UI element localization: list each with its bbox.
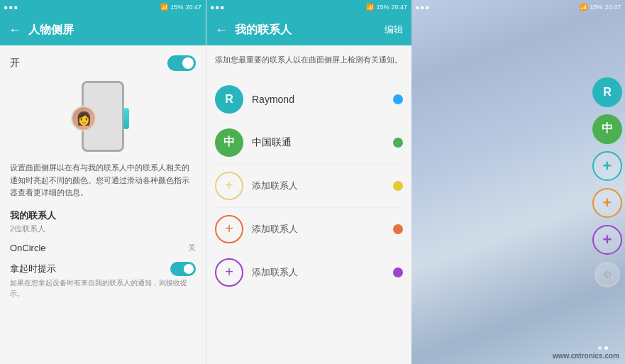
panel1-status-right: 📶 15% 20:47 [160,4,201,11]
edge-add-teal-icon: + [603,157,612,175]
pagination-dots [598,346,608,350]
contacts-title: 我的联系人 [10,209,196,222]
phone-body: 👩 [82,81,124,152]
contact-name-raymond: Raymond [252,94,294,105]
contacts-sub: 2位联系人 [10,224,196,234]
panel3-signal-icon: 📶 [580,4,587,11]
panel2-content: 添加您最重要的联系人以在曲面侧屏上检测有关通知。 R Raymond 中 中国联… [206,45,411,364]
panel2-back-button[interactable]: ← [215,23,228,38]
settings-gear-icon: ⚙ [603,269,612,280]
oncircle-row: OnCircle 关 [10,243,196,253]
panel3-status-bar: ■ ■ ■ 📶 15% 20:47 [411,0,625,14]
pickup-desc: 如果在您拿起设备时有来自我的联系人的通知，则接收提示。 [10,277,196,299]
add-dot-2[interactable] [393,224,403,234]
contact-name-china-unicom: 中国联通 [252,136,292,149]
light-bar-illustration [123,108,129,129]
edge-add-purple[interactable]: + [592,225,622,255]
pickup-toggle[interactable] [170,262,196,276]
dot-1 [598,346,602,350]
dot-2 [604,346,608,350]
contact-dot-china-unicom[interactable] [393,138,403,148]
panel3-status-right: 📶 15% 20:47 [580,4,621,11]
edge-panel: R 中 + + + ⚙ [592,77,622,287]
phone-illustration: 👩 [10,81,196,152]
contact-left-china-unicom: 中 中国联通 [215,128,292,157]
add-circle-2[interactable]: + [215,215,243,243]
panel3: ■ ■ ■ 📶 15% 20:47 R 中 + + + ⚙ [411,0,625,364]
panel2-status-left: ■ ■ ■ [211,4,224,11]
panel2-edit-button[interactable]: 编辑 [385,23,403,36]
add-label-2: 添加联系人 [252,223,298,236]
edge-add-purple-icon: + [603,231,612,249]
contact-left-raymond: R Raymond [215,85,294,114]
panel1-status-bar: ■ ■ ■ 📶 15% 20:47 [0,0,206,14]
edge-item-zhong[interactable]: 中 [592,114,622,144]
panel1-status-left: ■ ■ ■ [4,4,18,11]
edge-add-teal[interactable]: + [592,151,622,181]
edge-item-r[interactable]: R [592,77,622,107]
contact-initial-raymond: R [225,93,233,106]
panel2-notice: 添加您最重要的联系人以在曲面侧屏上检测有关通知。 [215,54,403,67]
panel1-signal-icon: 📶 [160,4,168,11]
pickup-section: 拿起时提示 如果在您拿起设备时有来自我的联系人的通知，则接收提示。 [10,262,196,299]
pickup-label: 拿起时提示 [10,263,56,275]
contact-row-raymond[interactable]: R Raymond [215,78,403,121]
panel1-time: 20:47 [185,4,201,11]
add-row-2[interactable]: + 添加联系人 [215,208,403,251]
oncircle-section: OnCircle 关 [10,243,196,253]
add-circle-1[interactable]: + [215,172,243,200]
edge-initial-zhong: 中 [602,121,613,136]
oncircle-label: OnCircle [10,243,46,253]
add-left-2: + 添加联系人 [215,215,298,243]
panel2-header: ← 我的联系人 编辑 [206,14,411,45]
edge-settings-button[interactable]: ⚙ [594,262,620,287]
add-row-1[interactable]: + 添加联系人 [215,165,403,208]
watermark: www.cntronics.com [553,352,619,360]
avatar-illustration: 👩 [71,106,96,131]
panel2-header-left: ← 我的联系人 [215,23,292,38]
add-row-3[interactable]: + 添加联系人 [215,251,403,294]
panel2-battery: 15% [376,4,389,11]
contact-avatar-raymond: R [215,85,243,114]
panel2-title: 我的联系人 [235,23,292,38]
avatar-face-icon: 👩 [76,111,92,126]
panel1-toggle-row: 开 [10,55,196,71]
panel2-signal-icon: 📶 [366,4,374,11]
add-circle-3[interactable]: + [215,258,243,287]
panel1-battery: 15% [170,4,183,11]
panel3-battery: 15% [590,4,602,11]
add-left-3: + 添加联系人 [215,258,298,287]
add-label-3: 添加联系人 [252,266,298,279]
contact-dot-raymond[interactable] [393,94,403,104]
panel1-content: 开 👩 设置曲面侧屏以在有与我的联系人中的联系人相关的通知时亮起不同的颜色。您可… [0,45,206,364]
panel3-status-left: ■ ■ ■ [416,4,429,11]
panel1-description: 设置曲面侧屏以在有与我的联系人中的联系人相关的通知时亮起不同的颜色。您可通过滑动… [10,162,196,199]
contact-row-china-unicom[interactable]: 中 中国联通 [215,121,403,165]
panel3-time: 20:47 [604,4,621,11]
add-left-1: + 添加联系人 [215,172,298,200]
panel1-main-toggle[interactable] [167,55,196,71]
edge-add-orange-icon: + [603,194,612,212]
panel1: ■ ■ ■ 📶 15% 20:47 ← 人物侧屏 开 👩 设置曲面侧屏以在有与我… [0,0,206,364]
panel1-header: ← 人物侧屏 [0,14,206,45]
add-dot-3[interactable] [393,268,403,277]
oncircle-value: 关 [188,243,196,253]
panel1-back-button[interactable]: ← [9,23,21,38]
pickup-row: 拿起时提示 [10,262,196,276]
add-dot-1[interactable] [393,181,403,191]
panel1-toggle-label: 开 [10,57,20,70]
panel2-status-bar: ■ ■ ■ 📶 15% 20:47 [206,0,411,14]
add-label-1: 添加联系人 [252,180,298,192]
contacts-section[interactable]: 我的联系人 2位联系人 [10,209,196,234]
edge-initial-r: R [603,86,612,99]
contact-avatar-china-unicom: 中 [215,128,243,157]
panel2: ■ ■ ■ 📶 15% 20:47 ← 我的联系人 编辑 添加您最重要的联系人以… [206,0,411,364]
contact-initial-china-unicom: 中 [223,135,235,150]
edge-add-orange[interactable]: + [592,188,622,218]
panel2-time: 20:47 [391,4,407,11]
panel2-status-right: 📶 15% 20:47 [366,4,407,11]
panel1-title: 人物侧屏 [28,23,74,38]
